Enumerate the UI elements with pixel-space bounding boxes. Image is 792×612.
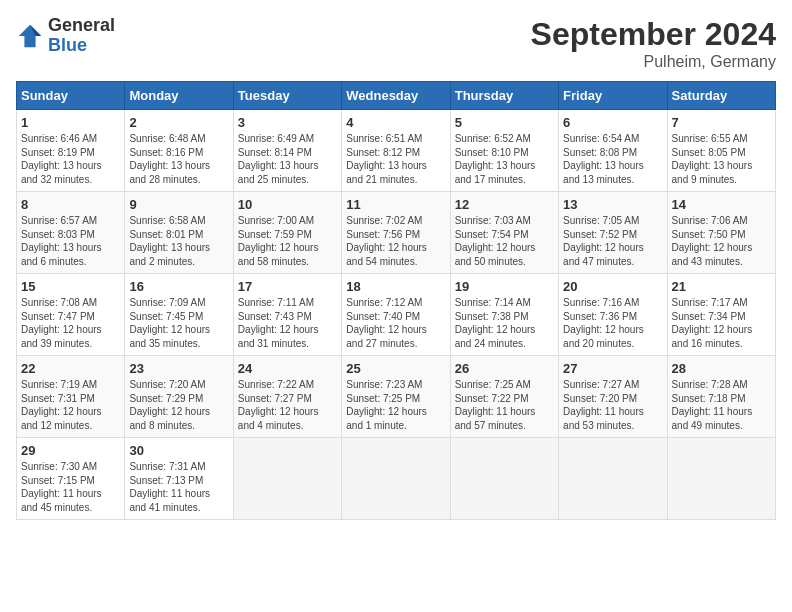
calendar-day-cell: 9Sunrise: 6:58 AM Sunset: 8:01 PM Daylig… <box>125 192 233 274</box>
day-info: Sunrise: 7:11 AM Sunset: 7:43 PM Dayligh… <box>238 296 337 350</box>
day-number: 10 <box>238 197 337 212</box>
day-number: 2 <box>129 115 228 130</box>
weekday-header-cell: Monday <box>125 82 233 110</box>
day-info: Sunrise: 7:17 AM Sunset: 7:34 PM Dayligh… <box>672 296 771 350</box>
day-number: 17 <box>238 279 337 294</box>
title-area: September 2024 Pulheim, Germany <box>531 16 776 71</box>
day-number: 28 <box>672 361 771 376</box>
weekday-header-row: SundayMondayTuesdayWednesdayThursdayFrid… <box>17 82 776 110</box>
day-info: Sunrise: 7:22 AM Sunset: 7:27 PM Dayligh… <box>238 378 337 432</box>
day-number: 16 <box>129 279 228 294</box>
calendar-day-cell <box>233 438 341 520</box>
calendar-day-cell: 28Sunrise: 7:28 AM Sunset: 7:18 PM Dayli… <box>667 356 775 438</box>
day-number: 13 <box>563 197 662 212</box>
calendar-week-row: 15Sunrise: 7:08 AM Sunset: 7:47 PM Dayli… <box>17 274 776 356</box>
calendar-week-row: 22Sunrise: 7:19 AM Sunset: 7:31 PM Dayli… <box>17 356 776 438</box>
day-info: Sunrise: 6:46 AM Sunset: 8:19 PM Dayligh… <box>21 132 120 186</box>
calendar-day-cell: 6Sunrise: 6:54 AM Sunset: 8:08 PM Daylig… <box>559 110 667 192</box>
calendar-day-cell: 5Sunrise: 6:52 AM Sunset: 8:10 PM Daylig… <box>450 110 558 192</box>
day-info: Sunrise: 7:16 AM Sunset: 7:36 PM Dayligh… <box>563 296 662 350</box>
day-info: Sunrise: 6:58 AM Sunset: 8:01 PM Dayligh… <box>129 214 228 268</box>
day-number: 25 <box>346 361 445 376</box>
day-info: Sunrise: 6:49 AM Sunset: 8:14 PM Dayligh… <box>238 132 337 186</box>
day-number: 15 <box>21 279 120 294</box>
day-info: Sunrise: 6:52 AM Sunset: 8:10 PM Dayligh… <box>455 132 554 186</box>
weekday-header-cell: Tuesday <box>233 82 341 110</box>
calendar-day-cell: 14Sunrise: 7:06 AM Sunset: 7:50 PM Dayli… <box>667 192 775 274</box>
day-number: 9 <box>129 197 228 212</box>
calendar-day-cell: 21Sunrise: 7:17 AM Sunset: 7:34 PM Dayli… <box>667 274 775 356</box>
day-number: 29 <box>21 443 120 458</box>
calendar-day-cell: 19Sunrise: 7:14 AM Sunset: 7:38 PM Dayli… <box>450 274 558 356</box>
day-number: 18 <box>346 279 445 294</box>
calendar-day-cell: 25Sunrise: 7:23 AM Sunset: 7:25 PM Dayli… <box>342 356 450 438</box>
day-info: Sunrise: 7:00 AM Sunset: 7:59 PM Dayligh… <box>238 214 337 268</box>
location-title: Pulheim, Germany <box>531 53 776 71</box>
day-info: Sunrise: 7:03 AM Sunset: 7:54 PM Dayligh… <box>455 214 554 268</box>
calendar-day-cell: 18Sunrise: 7:12 AM Sunset: 7:40 PM Dayli… <box>342 274 450 356</box>
weekday-header-cell: Thursday <box>450 82 558 110</box>
day-number: 22 <box>21 361 120 376</box>
day-info: Sunrise: 7:28 AM Sunset: 7:18 PM Dayligh… <box>672 378 771 432</box>
logo-icon <box>16 22 44 50</box>
day-number: 30 <box>129 443 228 458</box>
day-number: 23 <box>129 361 228 376</box>
calendar-day-cell: 15Sunrise: 7:08 AM Sunset: 7:47 PM Dayli… <box>17 274 125 356</box>
day-number: 7 <box>672 115 771 130</box>
calendar-day-cell <box>450 438 558 520</box>
day-number: 11 <box>346 197 445 212</box>
calendar-week-row: 8Sunrise: 6:57 AM Sunset: 8:03 PM Daylig… <box>17 192 776 274</box>
day-info: Sunrise: 7:19 AM Sunset: 7:31 PM Dayligh… <box>21 378 120 432</box>
calendar-day-cell: 13Sunrise: 7:05 AM Sunset: 7:52 PM Dayli… <box>559 192 667 274</box>
day-number: 24 <box>238 361 337 376</box>
day-info: Sunrise: 7:20 AM Sunset: 7:29 PM Dayligh… <box>129 378 228 432</box>
day-number: 8 <box>21 197 120 212</box>
logo-blue-text: Blue <box>48 36 115 56</box>
calendar-day-cell: 1Sunrise: 6:46 AM Sunset: 8:19 PM Daylig… <box>17 110 125 192</box>
day-number: 4 <box>346 115 445 130</box>
day-number: 1 <box>21 115 120 130</box>
day-number: 19 <box>455 279 554 294</box>
calendar-day-cell: 29Sunrise: 7:30 AM Sunset: 7:15 PM Dayli… <box>17 438 125 520</box>
calendar-day-cell: 17Sunrise: 7:11 AM Sunset: 7:43 PM Dayli… <box>233 274 341 356</box>
day-info: Sunrise: 7:23 AM Sunset: 7:25 PM Dayligh… <box>346 378 445 432</box>
weekday-header-cell: Friday <box>559 82 667 110</box>
weekday-header-cell: Saturday <box>667 82 775 110</box>
calendar-day-cell <box>342 438 450 520</box>
day-info: Sunrise: 7:05 AM Sunset: 7:52 PM Dayligh… <box>563 214 662 268</box>
day-info: Sunrise: 6:55 AM Sunset: 8:05 PM Dayligh… <box>672 132 771 186</box>
calendar-day-cell: 4Sunrise: 6:51 AM Sunset: 8:12 PM Daylig… <box>342 110 450 192</box>
day-info: Sunrise: 7:27 AM Sunset: 7:20 PM Dayligh… <box>563 378 662 432</box>
day-info: Sunrise: 7:25 AM Sunset: 7:22 PM Dayligh… <box>455 378 554 432</box>
weekday-header-cell: Sunday <box>17 82 125 110</box>
calendar-table: SundayMondayTuesdayWednesdayThursdayFrid… <box>16 81 776 520</box>
day-number: 21 <box>672 279 771 294</box>
day-number: 26 <box>455 361 554 376</box>
calendar-week-row: 29Sunrise: 7:30 AM Sunset: 7:15 PM Dayli… <box>17 438 776 520</box>
calendar-week-row: 1Sunrise: 6:46 AM Sunset: 8:19 PM Daylig… <box>17 110 776 192</box>
day-number: 27 <box>563 361 662 376</box>
weekday-header-cell: Wednesday <box>342 82 450 110</box>
day-info: Sunrise: 7:30 AM Sunset: 7:15 PM Dayligh… <box>21 460 120 514</box>
calendar-day-cell: 30Sunrise: 7:31 AM Sunset: 7:13 PM Dayli… <box>125 438 233 520</box>
day-info: Sunrise: 7:31 AM Sunset: 7:13 PM Dayligh… <box>129 460 228 514</box>
day-number: 5 <box>455 115 554 130</box>
day-info: Sunrise: 7:02 AM Sunset: 7:56 PM Dayligh… <box>346 214 445 268</box>
calendar-day-cell <box>667 438 775 520</box>
day-info: Sunrise: 6:57 AM Sunset: 8:03 PM Dayligh… <box>21 214 120 268</box>
calendar-day-cell: 20Sunrise: 7:16 AM Sunset: 7:36 PM Dayli… <box>559 274 667 356</box>
calendar-body: 1Sunrise: 6:46 AM Sunset: 8:19 PM Daylig… <box>17 110 776 520</box>
month-title: September 2024 <box>531 16 776 53</box>
day-info: Sunrise: 6:48 AM Sunset: 8:16 PM Dayligh… <box>129 132 228 186</box>
day-number: 3 <box>238 115 337 130</box>
calendar-day-cell: 2Sunrise: 6:48 AM Sunset: 8:16 PM Daylig… <box>125 110 233 192</box>
logo: General Blue <box>16 16 115 56</box>
calendar-day-cell: 7Sunrise: 6:55 AM Sunset: 8:05 PM Daylig… <box>667 110 775 192</box>
day-info: Sunrise: 6:54 AM Sunset: 8:08 PM Dayligh… <box>563 132 662 186</box>
calendar-day-cell: 26Sunrise: 7:25 AM Sunset: 7:22 PM Dayli… <box>450 356 558 438</box>
day-number: 12 <box>455 197 554 212</box>
calendar-day-cell: 23Sunrise: 7:20 AM Sunset: 7:29 PM Dayli… <box>125 356 233 438</box>
calendar-day-cell: 16Sunrise: 7:09 AM Sunset: 7:45 PM Dayli… <box>125 274 233 356</box>
page-header: General Blue September 2024 Pulheim, Ger… <box>16 16 776 71</box>
calendar-day-cell: 24Sunrise: 7:22 AM Sunset: 7:27 PM Dayli… <box>233 356 341 438</box>
